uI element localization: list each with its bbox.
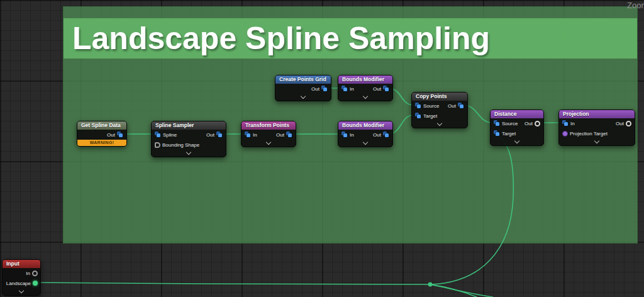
node-distance[interactable]: Distance Source Out Target [490, 109, 544, 146]
node-projection-header[interactable]: Projection [559, 110, 635, 118]
pin-in[interactable]: In [245, 132, 257, 138]
pin-in-projection-target[interactable]: Projection Target [562, 131, 608, 137]
pin-label: In [570, 121, 575, 126]
any-data-pin-icon [32, 271, 38, 276]
expand-chevron[interactable] [412, 121, 467, 128]
node-spline-sampler-header[interactable]: Spline Sampler [152, 121, 226, 130]
chevron-down-icon [437, 121, 442, 126]
node-bounds-modifier-bottom-header[interactable]: Bounds Modifier [338, 121, 392, 130]
pin-label: Out [107, 132, 115, 138]
pin-out[interactable]: Out [448, 103, 464, 109]
node-title: Transform Points [245, 122, 289, 128]
pin-label: In [26, 271, 30, 276]
node-get-spline-data-header[interactable]: Get Spline Data [77, 121, 126, 130]
expand-chevron[interactable] [338, 140, 392, 147]
spatial-data-pin-icon [562, 120, 569, 126]
pin-label: In [350, 132, 354, 138]
any-data-pin-icon [535, 121, 540, 126]
node-distance-header[interactable]: Distance [491, 110, 543, 118]
node-transform-points[interactable]: Transform Points In Out [241, 121, 296, 147]
spatial-data-pin-icon [415, 113, 421, 119]
pin-out[interactable]: Out [311, 86, 328, 92]
node-bounds-modifier-bottom[interactable]: Bounds Modifier In Out [338, 121, 393, 147]
wire-input-landscape-horizontal [36, 283, 430, 284]
pin-label: Target [423, 113, 437, 119]
pin-label: Bounding Shape [162, 142, 199, 148]
pin-out-in[interactable]: In [26, 271, 38, 276]
spatial-data-pin-icon [494, 120, 500, 126]
expand-chevron[interactable] [338, 94, 392, 101]
node-create-points-grid[interactable]: Create Points Grid Out [275, 75, 331, 101]
pin-out[interactable]: Out [373, 86, 389, 92]
wire-landscape-branch-bottom-a [430, 284, 477, 297]
spatial-data-pin-icon [286, 132, 292, 138]
pin-out-landscape[interactable]: Landscape [6, 281, 38, 286]
pin-label: Out [448, 103, 456, 109]
node-title: Bounds Modifier [342, 76, 384, 82]
pin-in-target[interactable]: Target [494, 130, 516, 137]
chevron-down-icon [301, 94, 306, 99]
spatial-data-pin-icon [216, 132, 223, 138]
pin-out[interactable]: Out [373, 132, 389, 138]
pin-out[interactable]: Out [616, 121, 631, 126]
node-spline-sampler[interactable]: Spline Sampler Spline Out Bounding Shape [151, 121, 226, 157]
spatial-data-pin-icon [383, 132, 389, 138]
spatial-data-pin-icon [415, 103, 421, 109]
node-projection[interactable]: Projection In Out Projection Target [558, 109, 635, 146]
spatial-data-pin-icon [321, 86, 328, 92]
node-transform-points-header[interactable]: Transform Points [242, 121, 296, 130]
pin-in-spline[interactable]: Spline [155, 132, 177, 138]
comment-title-bar[interactable]: Landscape Spline Sampling [64, 18, 637, 59]
node-copy-points[interactable]: Copy Points Source Out Target [411, 92, 468, 128]
pin-label: Out [525, 121, 533, 126]
chevron-down-icon [19, 288, 24, 293]
spatial-data-pin-icon [383, 86, 389, 92]
node-title: Spline Sampler [155, 122, 194, 128]
expand-chevron[interactable] [275, 94, 331, 101]
pin-label: Out [206, 132, 214, 138]
node-input-header[interactable]: Input [3, 260, 40, 268]
pin-label: Landscape [6, 281, 31, 286]
node-copy-points-header[interactable]: Copy Points [412, 92, 467, 101]
chevron-down-icon [594, 138, 599, 143]
pin-label: Projection Target [570, 131, 608, 137]
pin-out[interactable]: Out [107, 132, 123, 138]
node-create-points-grid-header[interactable]: Create Points Grid [275, 76, 331, 84]
spatial-data-pin-icon [155, 132, 161, 138]
node-title: Get Spline Data [81, 122, 121, 128]
node-bounds-modifier-top-header[interactable]: Bounds Modifier [338, 76, 392, 84]
shape-pin-icon [155, 142, 160, 148]
wire-landscape-branch-bottom-b [430, 284, 493, 297]
graph-canvas[interactable]: Landscape Spline Sampling Get Spline Dat… [0, 0, 644, 297]
node-bounds-modifier-top[interactable]: Bounds Modifier In Out [338, 75, 393, 101]
node-title: Bounds Modifier [342, 122, 384, 128]
landscape-pin-icon [33, 281, 38, 286]
expand-chevron[interactable] [491, 138, 543, 145]
pin-in[interactable]: In [341, 86, 354, 92]
node-title: Input [6, 261, 19, 267]
node-input[interactable]: Input In Landscape [2, 259, 41, 296]
chevron-down-icon [363, 140, 368, 145]
pin-in[interactable]: In [341, 132, 354, 138]
pin-in-target[interactable]: Target [415, 113, 437, 119]
pin-in[interactable]: In [562, 120, 575, 126]
spatial-data-pin-icon [117, 132, 123, 138]
warning-badge: WARNING! [77, 140, 126, 146]
node-get-spline-data[interactable]: Get Spline Data Out WARNING! [77, 121, 127, 147]
pin-label: Source [423, 103, 439, 109]
pin-out[interactable]: Out [206, 132, 223, 138]
pin-in-source[interactable]: Source [494, 120, 518, 126]
pin-out[interactable]: Out [525, 121, 540, 126]
target-pin-icon [562, 131, 568, 137]
expand-chevron[interactable] [152, 150, 226, 157]
pin-in-source[interactable]: Source [415, 103, 439, 109]
expand-chevron[interactable] [559, 138, 635, 145]
pin-in-bounding-shape[interactable]: Bounding Shape [155, 142, 199, 148]
pin-out[interactable]: Out [276, 132, 292, 138]
expand-chevron[interactable] [3, 288, 40, 295]
node-title: Distance [494, 111, 516, 117]
expand-chevron[interactable] [242, 140, 296, 147]
spatial-data-pin-icon [341, 86, 348, 92]
pin-label: Spline [163, 132, 177, 138]
chevron-down-icon [186, 150, 191, 155]
